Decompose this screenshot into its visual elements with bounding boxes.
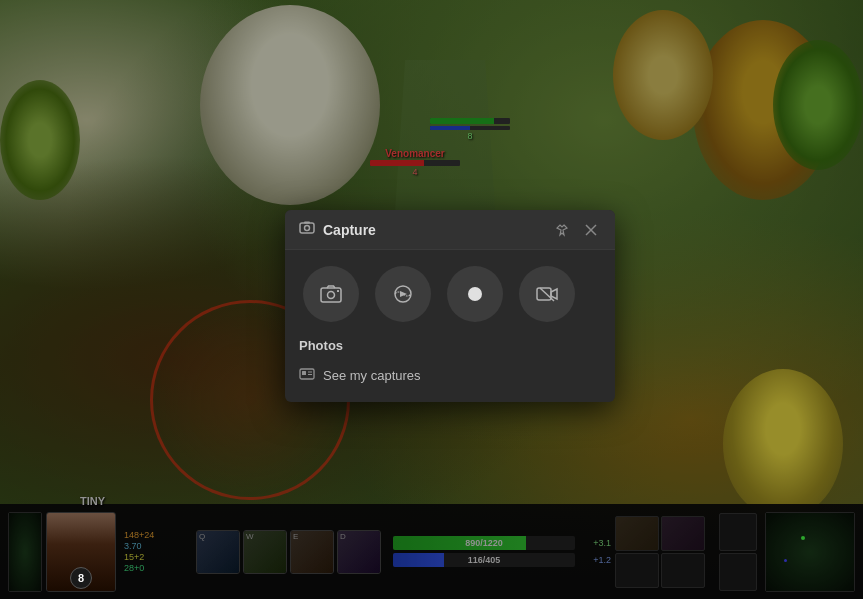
screenshot-button[interactable] [303,266,359,322]
see-captures-button[interactable]: See my captures [299,363,421,388]
panel-title: Capture [323,222,543,238]
panel-body: Photos See my captures [285,250,615,402]
hero-level-badge: 8 [70,567,92,589]
svg-rect-2 [304,222,310,224]
svg-point-1 [305,226,310,231]
record-button[interactable] [447,266,503,322]
panel-close-button[interactable] [581,222,601,238]
panel-header: Capture [285,210,615,250]
record-dot-indicator [468,287,482,301]
panel-pin-button[interactable] [551,221,573,239]
see-captures-label: See my captures [323,368,421,383]
svg-line-10 [540,288,554,301]
svg-rect-12 [302,371,306,375]
svg-rect-7 [337,290,339,292]
clip-button[interactable] [375,266,431,322]
hero-portrait: 8 [46,512,116,592]
capture-buttons-row [299,266,601,322]
svg-rect-0 [300,223,314,233]
capture-panel-icon [299,220,315,239]
section-label-photos: Photos [299,338,601,353]
svg-rect-9 [537,288,551,300]
see-captures-icon [299,367,315,384]
svg-point-6 [328,292,335,299]
capture-panel: Capture [285,210,615,402]
facecam-button[interactable] [519,266,575,322]
